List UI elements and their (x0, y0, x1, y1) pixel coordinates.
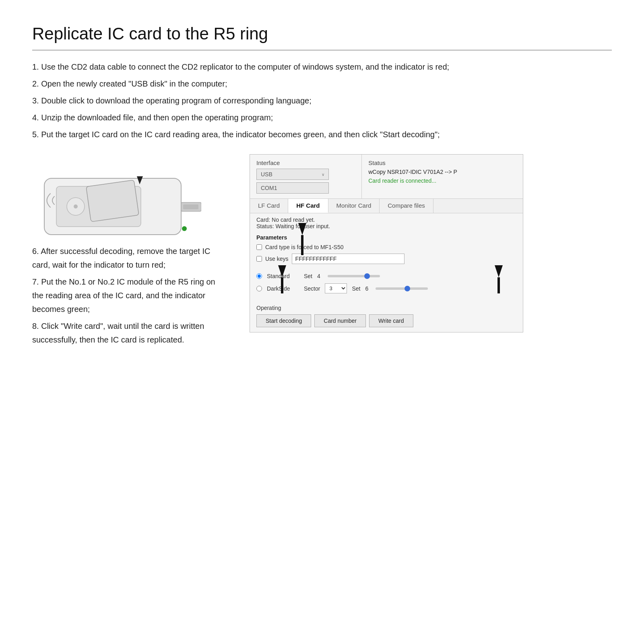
standard-row: Standard Set 4 (256, 273, 516, 279)
buttons-row: Start decoding Card number Write card (256, 314, 516, 327)
interface-section: Interface USB ∨ COM1 (250, 155, 362, 198)
mf1-checkbox[interactable] (256, 244, 262, 250)
darkside-radio[interactable] (256, 286, 262, 291)
standard-label: Standard (267, 273, 299, 279)
sector-select[interactable]: 3 0 1 2 (325, 283, 347, 293)
mf1-checkbox-row[interactable]: Card type is forced to MF1-S50 (256, 244, 516, 250)
start-decoding-button[interactable]: Start decoding (256, 314, 311, 327)
standard-slider-thumb[interactable] (364, 273, 370, 279)
step-6: 6. After successful decoding, remove the… (32, 244, 225, 272)
tab-hf-card[interactable]: HF Card (288, 199, 328, 213)
keys-input[interactable] (292, 254, 405, 264)
darkside-label: DarkSide (267, 285, 299, 292)
step-4: 4. Unzip the downloaded file, and then o… (32, 111, 596, 124)
left-column: 6. After successful decoding, remove the… (32, 154, 225, 350)
keys-label: Use keys (265, 256, 289, 262)
status-value: wCopy NSR107-IDIC V701A2 --> P (368, 169, 516, 175)
tabs-row: LF Card HF Card Monitor Card Compare fil… (250, 198, 523, 213)
darkside-set-label: Set (352, 285, 360, 292)
card-info: Card: No card read yet. Status: Waiting … (250, 213, 523, 231)
svg-rect-5 (183, 204, 198, 209)
interface-label: Interface (256, 159, 355, 166)
step-7: 7. Put the No.1 or No.2 IC module of the… (32, 275, 225, 316)
darkside-slider-thumb[interactable] (405, 286, 410, 291)
step-8: 8. Click "Write card", wait until the ca… (32, 319, 225, 347)
card-status: Status: Waiting for user input. (256, 223, 516, 229)
status-label: Status (368, 159, 516, 166)
status-connected: Card reader is connected... (368, 178, 516, 184)
standard-slider-track[interactable] (328, 275, 380, 277)
darkside-set-value: 6 (365, 285, 368, 292)
status-section: Status wCopy NSR107-IDIC V701A2 --> P Ca… (362, 155, 523, 198)
standard-set-label: Set (304, 273, 312, 279)
darkside-row: DarkSide Sector 3 0 1 2 Set 6 (256, 283, 516, 293)
interface-dropdown[interactable]: USB ∨ (256, 169, 329, 180)
step-1: 1. Use the CD2 data cable to connect the… (32, 60, 596, 74)
software-panel: Interface USB ∨ COM1 Status wCopy NSR107… (250, 154, 523, 332)
mf1-label: Card type is forced to MF1-S50 (265, 244, 344, 250)
tab-compare-files[interactable]: Compare files (380, 199, 433, 213)
operating-label: Operating (256, 305, 516, 311)
step-2: 2. Open the newly created "USB disk" in … (32, 77, 596, 91)
step-5: 5. Put the target IC card on the IC card… (32, 128, 596, 141)
keys-row: Use keys (256, 254, 516, 264)
sector-label: Sector (304, 285, 320, 292)
step-3: 3. Double click to download the operatin… (32, 94, 596, 107)
keys-checkbox[interactable] (256, 256, 262, 262)
write-card-button[interactable]: Write card (369, 314, 413, 327)
keys-checkbox-row[interactable]: Use keys (256, 256, 289, 262)
svg-rect-2 (86, 180, 139, 222)
card-number-button[interactable]: Card number (314, 314, 366, 327)
svg-point-8 (74, 204, 78, 208)
device-illustration (32, 154, 201, 243)
tab-lf-card[interactable]: LF Card (250, 199, 288, 213)
svg-point-6 (182, 226, 187, 231)
bottom-steps: 6. After successful decoding, remove the… (32, 244, 225, 347)
darkside-slider-track[interactable] (376, 287, 428, 290)
title-divider (32, 50, 612, 50)
operating-section: Operating Start decoding Card number Wri… (250, 301, 523, 332)
parameters-section: Parameters Card type is forced to MF1-S5… (250, 231, 523, 273)
interface-value: USB (261, 171, 272, 178)
tab-monitor-card[interactable]: Monitor Card (328, 199, 380, 213)
interface-status-row: Interface USB ∨ COM1 Status wCopy NSR107… (250, 155, 523, 198)
top-instructions: 1. Use the CD2 data cable to connect the… (32, 60, 596, 141)
params-title: Parameters (256, 234, 516, 241)
card-no-card: Card: No card read yet. (256, 217, 516, 223)
standard-set-value: 4 (317, 273, 320, 279)
chevron-down-icon: ∨ (322, 172, 324, 177)
mode-rows: Standard Set 4 DarkSide Sector 3 0 1 2 S… (250, 273, 523, 301)
standard-radio[interactable] (256, 273, 262, 279)
com-input[interactable]: COM1 (256, 182, 329, 194)
page-title: Replicate IC card to the R5 ring (32, 24, 612, 43)
